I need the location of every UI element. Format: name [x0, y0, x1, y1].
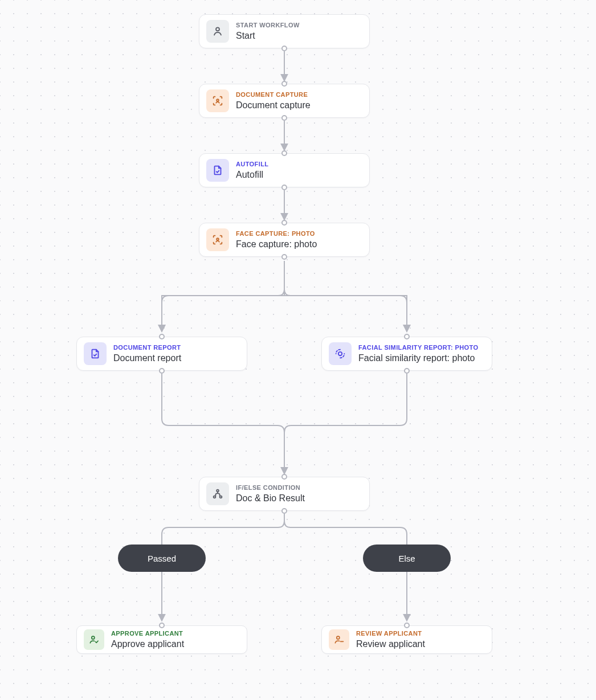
node-title-label: Facial similarity report: photo [358, 353, 478, 363]
workflow-canvas[interactable]: START WORKFLOW Start DOCUMENT CAPTURE Do… [0, 0, 596, 700]
face-scan-icon [329, 342, 352, 365]
svg-point-0 [216, 27, 219, 31]
svg-point-2 [217, 238, 219, 240]
user-icon [206, 20, 229, 43]
svg-point-1 [217, 99, 219, 101]
node-facial-similarity-report[interactable]: FACIAL SIMILARITY REPORT: PHOTO Facial s… [321, 337, 492, 371]
node-title-label: Review applicant [356, 638, 425, 649]
port [281, 115, 287, 121]
branch-label: Else [398, 554, 415, 563]
port [281, 81, 287, 87]
port [281, 474, 287, 480]
port [159, 368, 165, 374]
node-type-label: DOCUMENT REPORT [113, 344, 181, 351]
port [404, 334, 410, 339]
node-type-label: REVIEW APPLICANT [356, 630, 425, 637]
svg-point-7 [92, 636, 95, 639]
node-type-label: FACE CAPTURE: PHOTO [236, 230, 317, 238]
capture-icon [206, 89, 229, 112]
node-type-label: AUTOFILL [236, 161, 268, 168]
node-title-label: Document report [113, 353, 181, 363]
node-type-label: APPROVE APPLICANT [111, 630, 184, 637]
branch-icon [206, 482, 229, 505]
document-check-icon [206, 159, 229, 182]
branch-passed[interactable]: Passed [118, 545, 206, 572]
branch-label: Passed [148, 554, 176, 563]
port [281, 150, 287, 156]
node-start[interactable]: START WORKFLOW Start [199, 14, 370, 48]
node-document-capture[interactable]: DOCUMENT CAPTURE Document capture [199, 84, 370, 118]
port [281, 254, 287, 260]
port [281, 185, 287, 190]
port [281, 220, 287, 226]
node-type-label: FACIAL SIMILARITY REPORT: PHOTO [358, 344, 478, 351]
port [404, 623, 410, 628]
node-face-capture[interactable]: FACE CAPTURE: PHOTO Face capture: photo [199, 223, 370, 257]
node-title-label: Approve applicant [111, 638, 184, 649]
user-check-icon [84, 629, 104, 650]
node-title-label: Autofill [236, 169, 268, 180]
port [159, 334, 165, 339]
port [404, 368, 410, 374]
node-type-label: START WORKFLOW [236, 22, 300, 29]
branch-else[interactable]: Else [363, 545, 451, 572]
node-condition[interactable]: IF/ELSE CONDITION Doc & Bio Result [199, 477, 370, 511]
node-type-label: IF/ELSE CONDITION [236, 484, 305, 492]
capture-icon [206, 228, 229, 251]
node-title-label: Face capture: photo [236, 239, 317, 249]
node-title-label: Start [236, 30, 300, 41]
node-autofill[interactable]: AUTOFILL Autofill [199, 153, 370, 187]
port [281, 46, 287, 51]
port [159, 623, 165, 628]
node-title-label: Document capture [236, 100, 311, 110]
svg-point-3 [338, 352, 342, 355]
node-title-label: Doc & Bio Result [236, 493, 305, 503]
node-review[interactable]: REVIEW APPLICANT Review applicant [321, 625, 492, 654]
node-approve[interactable]: APPROVE APPLICANT Approve applicant [76, 625, 247, 654]
port [281, 508, 287, 514]
user-minus-icon [329, 629, 349, 650]
svg-point-8 [337, 636, 340, 639]
node-type-label: DOCUMENT CAPTURE [236, 91, 311, 99]
node-document-report[interactable]: DOCUMENT REPORT Document report [76, 337, 247, 371]
document-check-icon [84, 342, 107, 365]
